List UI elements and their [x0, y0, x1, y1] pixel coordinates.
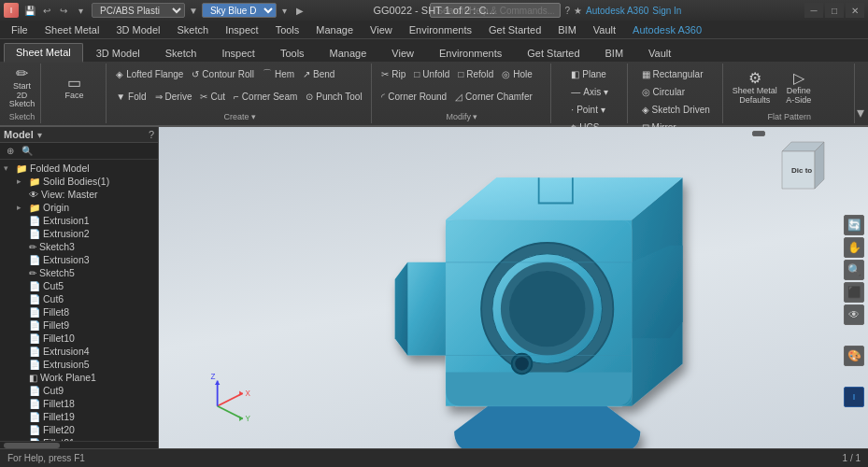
tab-view[interactable]: View: [379, 44, 426, 62]
tab-environments[interactable]: Environments: [427, 44, 514, 62]
tree-item[interactable]: ✏ Sketch3: [0, 240, 158, 253]
tab-3dmodel[interactable]: 3D Model: [84, 44, 152, 62]
autodesk-a360[interactable]: Autodesk A360: [586, 6, 648, 16]
menu-view[interactable]: View: [363, 22, 400, 37]
punch-tool-button[interactable]: ⊙Punch Tool: [302, 89, 365, 106]
menu-sketch[interactable]: Sketch: [170, 22, 217, 37]
pan-icon[interactable]: ✋: [844, 237, 864, 258]
circular-button[interactable]: ◎Circular: [638, 83, 689, 100]
viewport[interactable]: Dic to 🔄 ✋ 🔍 ⬛ 👁 🎨 I: [159, 127, 868, 448]
save-icon[interactable]: 💾: [22, 3, 37, 18]
tree-item[interactable]: 📄 Fillet18: [0, 397, 158, 410]
tab-bim[interactable]: BIM: [593, 44, 636, 62]
appearance-icon[interactable]: 🎨: [844, 346, 864, 366]
sheet-metal-defaults-button[interactable]: ⚙ Sheet MetalDefaults: [729, 65, 781, 110]
more-icon[interactable]: ▾: [73, 3, 88, 18]
tab-inspect[interactable]: Inspect: [209, 44, 266, 62]
tab-sketch[interactable]: Sketch: [153, 44, 209, 62]
hole-button[interactable]: ◎Hole: [498, 65, 536, 82]
minimize-button[interactable]: ─: [804, 3, 823, 18]
tree-item[interactable]: ▸ 📁 Origin: [0, 201, 158, 214]
tree-scrollbar-h[interactable]: [0, 441, 158, 448]
menu-manage[interactable]: Manage: [308, 22, 361, 37]
undo-icon[interactable]: ↩: [39, 3, 54, 18]
menu-tools[interactable]: Tools: [268, 22, 307, 37]
tree-item[interactable]: 📄 Extrusion2: [0, 227, 158, 240]
lofted-flange-button[interactable]: ◈Lofted Flange: [112, 65, 187, 82]
zoom-icon[interactable]: 🔍: [844, 260, 864, 280]
sign-in[interactable]: Sign In: [652, 6, 681, 16]
menu-getstarted[interactable]: Get Started: [481, 22, 548, 37]
tree-item[interactable]: 📄 Extrusion5: [0, 358, 158, 371]
help-icon[interactable]: ?: [564, 6, 570, 16]
tab-tools[interactable]: Tools: [268, 44, 317, 62]
close-button[interactable]: ✕: [846, 3, 864, 18]
rectangular-button[interactable]: ▦Rectangular: [638, 65, 707, 82]
material-selector[interactable]: PC/ABS Plasti: [92, 3, 185, 18]
corner-seam-button[interactable]: ⌐Corner Seam: [230, 89, 301, 106]
contour-roll-button[interactable]: ↺Contour Roll: [188, 65, 258, 82]
menu-inspect[interactable]: Inspect: [218, 22, 265, 37]
color-expand[interactable]: ▾: [280, 6, 289, 16]
tab-sheetmetal[interactable]: Sheet Metal: [4, 43, 83, 63]
refold-button[interactable]: □Refold: [454, 65, 497, 82]
fold-button[interactable]: ▼Fold: [112, 89, 149, 106]
tree-item[interactable]: ✏ Sketch5: [0, 266, 158, 279]
panel-dropdown-icon[interactable]: ▾: [37, 130, 42, 140]
plane-button[interactable]: ◧Plane: [567, 65, 610, 82]
search-tree-icon[interactable]: 🔍: [19, 145, 36, 157]
tab-vault[interactable]: Vault: [636, 44, 683, 62]
ribbon-expand[interactable]: ▾: [857, 64, 864, 123]
tree-item[interactable]: 📄 Cut6: [0, 292, 158, 305]
rip-button[interactable]: ✂Rip: [377, 65, 409, 82]
tab-getstarted[interactable]: Get Started: [515, 44, 591, 62]
axis-button[interactable]: —Axis ▾: [567, 83, 612, 100]
point-button[interactable]: ·Point ▾: [567, 101, 608, 118]
cut-button[interactable]: ✂Cut: [196, 89, 229, 106]
filter-icon[interactable]: ⊕: [4, 145, 17, 157]
tree-item[interactable]: 📄 Cut9: [0, 384, 158, 397]
sketch-driven-button[interactable]: ◈Sketch Driven: [638, 101, 714, 118]
tree-item[interactable]: 📄 Extrusion4: [0, 345, 158, 358]
tree-item[interactable]: 📄 Fillet8: [0, 305, 158, 318]
menu-sheetmetal[interactable]: Sheet Metal: [37, 22, 107, 37]
maximize-button[interactable]: □: [825, 3, 844, 18]
tree-item[interactable]: 📄 Fillet10: [0, 332, 158, 345]
zoom-all-icon[interactable]: ⬛: [844, 282, 864, 303]
derive-button[interactable]: ⇒Derive: [151, 89, 196, 106]
tree-item[interactable]: 📄 Extrusion3: [0, 253, 158, 266]
tree-expand-icon[interactable]: ▸: [17, 177, 26, 186]
tree-item[interactable]: ◧ Work Plane1: [0, 371, 158, 384]
menu-vault[interactable]: Vault: [586, 22, 623, 37]
corner-round-button[interactable]: ◜Corner Round: [377, 89, 450, 106]
start-2d-sketch-button[interactable]: ✏ Start2D Sketch: [6, 65, 39, 110]
hem-button[interactable]: ⌒Hem: [259, 65, 298, 82]
corner-chamfer-button[interactable]: ◿Corner Chamfer: [451, 89, 536, 106]
tree-item[interactable]: ▾ 📁 Folded Model: [0, 162, 158, 175]
menu-3dmodel[interactable]: 3D Model: [108, 22, 167, 37]
tree-item[interactable]: 👁 View: Master: [0, 188, 158, 201]
orbit-icon[interactable]: 🔄: [844, 215, 864, 235]
redo-icon[interactable]: ↪: [56, 3, 71, 18]
look-at-icon[interactable]: 👁: [844, 304, 864, 325]
tree-item[interactable]: 📄 Fillet20: [0, 423, 158, 436]
menu-file[interactable]: File: [4, 22, 36, 37]
tree-item[interactable]: 📄 Extrusion1: [0, 214, 158, 227]
tree-expand-icon[interactable]: ▸: [17, 203, 26, 212]
define-a-side-button[interactable]: ▷ DefineA-Side: [782, 65, 816, 110]
tree-item[interactable]: 📄 Fillet9: [0, 318, 158, 332]
menu-bim[interactable]: BIM: [550, 22, 584, 37]
menu-environments[interactable]: Environments: [402, 22, 479, 37]
color-selector[interactable]: Sky Blue D: [202, 3, 277, 18]
tree-expand-icon[interactable]: ▾: [4, 163, 13, 173]
unfold-button[interactable]: □Unfold: [410, 65, 453, 82]
tab-manage[interactable]: Manage: [318, 44, 379, 62]
panel-help-icon[interactable]: ?: [149, 129, 154, 140]
tree-item[interactable]: 📄 Fillet19: [0, 410, 158, 423]
bend-button[interactable]: ↗Bend: [299, 65, 338, 82]
menu-a360[interactable]: Autodesk A360: [625, 22, 709, 37]
forward-icon[interactable]: ▶: [292, 3, 307, 18]
face-button[interactable]: ▭ Face: [60, 65, 90, 110]
tree-item[interactable]: ▸ 📁 Solid Bodies(1): [0, 175, 158, 188]
tree-item[interactable]: 📄 Cut5: [0, 279, 158, 292]
